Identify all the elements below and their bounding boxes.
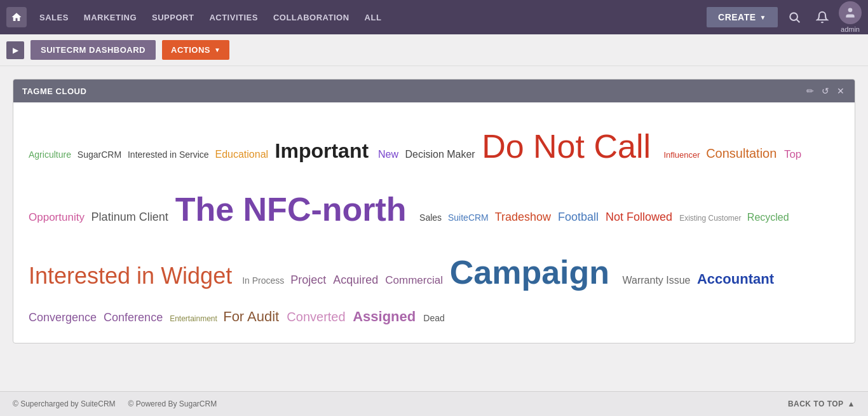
- tag-item[interactable]: Tradeshow: [495, 211, 554, 223]
- home-icon[interactable]: [6, 7, 27, 27]
- tag-item[interactable]: Warranty Issue: [623, 275, 693, 286]
- tag-item[interactable]: SuiteCRM: [448, 212, 491, 223]
- tag-item[interactable]: New: [378, 149, 401, 160]
- actions-button[interactable]: ACTIONS ▼: [162, 40, 229, 60]
- toggle-sidebar-button[interactable]: ▶: [6, 41, 24, 59]
- tag-item[interactable]: Assigned: [353, 309, 419, 324]
- footer-left: © Supercharged by SuiteCRM © Powered By …: [13, 399, 217, 408]
- widget-close-button[interactable]: ✕: [836, 86, 846, 96]
- admin-wrapper: admin: [839, 1, 862, 33]
- tag-item[interactable]: Convergence: [29, 311, 100, 324]
- top-navigation: SALESMARKETINGSUPPORTACTIVITIESCOLLABORA…: [0, 0, 868, 34]
- tag-item[interactable]: Football: [558, 211, 602, 223]
- nav-link-marketing[interactable]: MARKETING: [78, 9, 143, 26]
- tag-item[interactable]: Conference: [104, 311, 166, 324]
- back-to-top-icon: ▲: [848, 399, 855, 408]
- widget-refresh-button[interactable]: ↺: [820, 86, 831, 96]
- main-content: TAGME CLOUD ✏ ↺ ✕ Agriculture SugarCRM I…: [0, 66, 868, 356]
- tag-item[interactable]: Sales: [419, 212, 444, 223]
- create-button[interactable]: CREATE ▼: [707, 7, 778, 27]
- nav-link-sales[interactable]: SALES: [33, 9, 75, 26]
- tag-item[interactable]: Campaign: [450, 254, 619, 291]
- tag-item[interactable]: Influencer: [663, 150, 702, 160]
- footer-suitecrm: © Supercharged by SuiteCRM: [13, 399, 116, 408]
- admin-avatar[interactable]: [839, 1, 862, 24]
- tag-item[interactable]: Existing Customer: [679, 214, 743, 223]
- widget-actions: ✏ ↺ ✕: [805, 86, 846, 96]
- tag-item[interactable]: Entertainment: [170, 314, 219, 323]
- tag-item[interactable]: Acquired: [333, 274, 381, 286]
- tag-item[interactable]: Do Not Call: [482, 128, 660, 165]
- back-to-top-label: BACK TO TOP: [788, 399, 844, 408]
- svg-line-1: [797, 20, 800, 23]
- tagme-cloud-widget: TAGME CLOUD ✏ ↺ ✕ Agriculture SugarCRM I…: [13, 79, 855, 343]
- tag-item[interactable]: Not Followed: [606, 211, 675, 223]
- actions-label: ACTIONS: [171, 45, 210, 55]
- tag-item[interactable]: Decision Maker: [405, 149, 478, 160]
- create-label: CREATE: [718, 12, 756, 22]
- tag-item[interactable]: Accountant: [697, 271, 774, 287]
- tag-item[interactable]: Interested in Service: [128, 149, 212, 160]
- tag-item[interactable]: Agriculture: [29, 149, 74, 160]
- tag-item[interactable]: Project: [290, 274, 329, 286]
- nav-link-activities[interactable]: ACTIVITIES: [203, 9, 264, 26]
- widget-edit-button[interactable]: ✏: [805, 86, 815, 96]
- nav-links: SALESMARKETINGSUPPORTACTIVITIESCOLLABORA…: [33, 9, 707, 26]
- widget-header: TAGME CLOUD ✏ ↺ ✕: [13, 80, 855, 102]
- widget-title: TAGME CLOUD: [22, 87, 86, 96]
- nav-link-all[interactable]: ALL: [358, 9, 388, 26]
- tag-item[interactable]: Educational: [215, 149, 271, 160]
- footer-sugarcrm: © Powered By SugarCRM: [128, 399, 217, 408]
- tag-item[interactable]: Consultation: [706, 146, 780, 160]
- actions-arrow-icon: ▼: [214, 46, 220, 53]
- tag-item[interactable]: The NFC-north: [175, 191, 416, 228]
- search-icon[interactable]: [783, 6, 806, 29]
- tag-item[interactable]: Converted: [287, 310, 349, 324]
- footer: © Supercharged by SuiteCRM © Powered By …: [0, 391, 868, 416]
- tag-item[interactable]: Commercial: [385, 274, 445, 286]
- tag-item[interactable]: Important: [275, 139, 374, 162]
- tag-item[interactable]: In Process: [242, 275, 287, 286]
- back-to-top-button[interactable]: BACK TO TOP ▲: [788, 399, 855, 408]
- dashboard-tab[interactable]: SUITECRM DASHBOARD: [31, 40, 156, 60]
- tag-item[interactable]: Dead: [423, 313, 444, 323]
- svg-point-2: [848, 8, 853, 13]
- svg-point-0: [790, 13, 797, 20]
- tag-item[interactable]: Platinum Client: [92, 211, 172, 223]
- nav-link-collaboration[interactable]: COLLABORATION: [267, 9, 356, 26]
- tag-item[interactable]: SugarCRM: [78, 149, 124, 160]
- tag-item[interactable]: Interested in Widget: [29, 263, 238, 289]
- tag-cloud: Agriculture SugarCRM Interested in Servi…: [13, 102, 855, 343]
- admin-label: admin: [841, 25, 860, 33]
- create-arrow-icon: ▼: [760, 14, 766, 21]
- nav-right: CREATE ▼ admin: [707, 1, 862, 33]
- tag-item[interactable]: For Audit: [223, 309, 283, 324]
- sub-bar: ▶ SUITECRM DASHBOARD ACTIONS ▼: [0, 34, 868, 66]
- tag-item[interactable]: Recycled: [747, 212, 789, 223]
- nav-link-support[interactable]: SUPPORT: [146, 9, 200, 26]
- notifications-icon[interactable]: [811, 6, 834, 29]
